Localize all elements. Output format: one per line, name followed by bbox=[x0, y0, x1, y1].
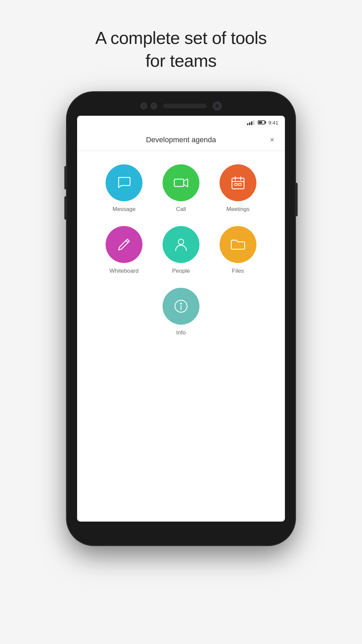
status-bar: 9:41 bbox=[77, 116, 285, 129]
grid-item-meetings[interactable]: Meetings bbox=[215, 164, 261, 213]
info-button[interactable] bbox=[163, 288, 199, 325]
app-content: Message Call bbox=[77, 151, 285, 522]
sensor-dot bbox=[150, 103, 157, 109]
whiteboard-label: Whiteboard bbox=[110, 268, 139, 274]
svg-rect-6 bbox=[239, 183, 241, 185]
call-label: Call bbox=[176, 206, 186, 213]
phone-mockup: 9:41 Development agenda × bbox=[67, 92, 295, 545]
message-button[interactable] bbox=[106, 164, 142, 201]
svg-rect-5 bbox=[235, 183, 237, 185]
power-button bbox=[295, 183, 298, 216]
volume-up-button bbox=[64, 166, 67, 190]
files-button[interactable] bbox=[220, 226, 256, 263]
front-camera bbox=[213, 102, 222, 110]
message-label: Message bbox=[113, 206, 136, 213]
front-camera-dot bbox=[140, 103, 147, 109]
folder-icon bbox=[230, 236, 246, 253]
speaker-grille bbox=[163, 104, 207, 108]
calendar-icon bbox=[230, 175, 246, 191]
files-label: Files bbox=[232, 268, 244, 274]
close-button[interactable]: × bbox=[266, 134, 278, 146]
phone-top-physical bbox=[140, 102, 222, 110]
svg-line-7 bbox=[126, 240, 128, 243]
video-icon bbox=[173, 175, 189, 191]
svg-point-11 bbox=[181, 303, 182, 304]
whiteboard-button[interactable] bbox=[106, 226, 142, 263]
page-headline: A complete set of tools for teams bbox=[95, 27, 267, 72]
grid-item-info[interactable]: Info bbox=[158, 288, 204, 336]
svg-point-8 bbox=[178, 239, 184, 245]
call-button[interactable] bbox=[163, 164, 199, 201]
grid-item-whiteboard[interactable]: Whiteboard bbox=[101, 226, 147, 274]
grid-row-2: Whiteboard People bbox=[101, 226, 261, 274]
svg-rect-1 bbox=[232, 178, 244, 189]
battery-icon bbox=[258, 120, 265, 124]
meetings-label: Meetings bbox=[227, 206, 250, 213]
person-icon bbox=[173, 236, 189, 253]
phone-screen: 9:41 Development agenda × bbox=[77, 116, 285, 522]
grid-row-1: Message Call bbox=[101, 164, 261, 213]
grid-item-message[interactable]: Message bbox=[101, 164, 147, 213]
people-button[interactable] bbox=[163, 226, 199, 263]
volume-down-button bbox=[64, 196, 67, 220]
grid-item-people[interactable]: People bbox=[158, 226, 204, 274]
meetings-button[interactable] bbox=[220, 164, 256, 201]
people-label: People bbox=[172, 268, 190, 274]
app-header: Development agenda × bbox=[77, 129, 285, 151]
grid-item-files[interactable]: Files bbox=[215, 226, 261, 274]
grid-item-call[interactable]: Call bbox=[158, 164, 204, 213]
signal-icon bbox=[247, 120, 254, 125]
grid-row-3: Info bbox=[158, 288, 204, 336]
status-time: 9:41 bbox=[268, 120, 278, 125]
info-icon bbox=[173, 298, 189, 314]
svg-rect-0 bbox=[174, 179, 184, 186]
pencil-icon bbox=[116, 236, 132, 253]
app-title: Development agenda bbox=[146, 136, 216, 144]
chat-icon bbox=[116, 175, 132, 191]
info-label: Info bbox=[176, 329, 186, 336]
